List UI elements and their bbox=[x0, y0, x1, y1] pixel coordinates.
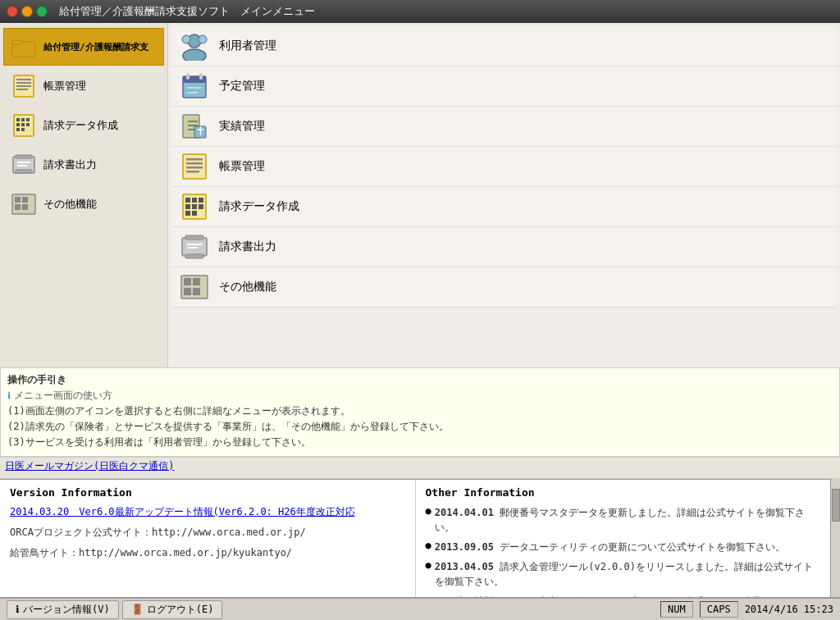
svg-rect-19 bbox=[17, 162, 30, 163]
news-bar: 日医メールマガジン(日医白クマ通信) bbox=[0, 457, 840, 479]
other-info-text-2: 2013.04.05 請求入金管理ツール(v2.0.0)をリリースしました。詳細… bbox=[435, 559, 820, 589]
sidebar-item-ledger[interactable]: 帳票管理 bbox=[3, 67, 164, 105]
svg-rect-3 bbox=[16, 79, 31, 80]
svg-rect-47 bbox=[186, 171, 199, 173]
menu-area: 給付管理/介護報酬請求支 帳票管理 bbox=[0, 23, 840, 367]
svg-rect-17 bbox=[16, 155, 32, 158]
other-info-title: Other Information bbox=[426, 486, 821, 499]
sidebar-item-billing-output[interactable]: 請求書出力 bbox=[3, 146, 164, 184]
svg-point-27 bbox=[183, 49, 206, 61]
svg-rect-54 bbox=[199, 204, 203, 209]
sidebar-billing-data-label: 請求データ作成 bbox=[43, 118, 118, 133]
news-link[interactable]: 日医メールマガジン(日医白クマ通信) bbox=[5, 459, 835, 473]
logout-button-label: ログアウト(E) bbox=[147, 603, 214, 617]
content-area: 利用者管理 予定管理 bbox=[168, 23, 840, 367]
menu-user-mgmt-label: 利用者管理 bbox=[219, 39, 276, 53]
other-info-item-3: ● その他の情報は、ウェブブラウザにてORCAプロジェクト公式サイトを御覧下さい… bbox=[426, 594, 821, 597]
help-line-3: (3)サービスを受ける利用者は「利用者管理」から登録して下さい。 bbox=[7, 435, 833, 450]
other-icon bbox=[11, 191, 37, 217]
svg-rect-24 bbox=[15, 204, 21, 210]
svg-rect-44 bbox=[186, 158, 203, 161]
version-info-button-label: バージョン情報(V) bbox=[23, 603, 110, 617]
svg-rect-56 bbox=[192, 211, 197, 216]
menu-item-schedule[interactable]: 予定管理 bbox=[171, 66, 837, 107]
svg-rect-22 bbox=[15, 197, 21, 203]
svg-rect-55 bbox=[185, 211, 190, 216]
menu-other-label: その他機能 bbox=[219, 280, 276, 294]
svg-rect-23 bbox=[22, 197, 28, 203]
actual-icon bbox=[180, 112, 209, 141]
menu-schedule-label: 予定管理 bbox=[219, 79, 265, 93]
sidebar-header[interactable]: 給付管理/介護報酬請求支 bbox=[3, 28, 164, 66]
scrollbar[interactable] bbox=[830, 479, 840, 597]
sidebar-item-other[interactable]: その他機能 bbox=[3, 185, 164, 223]
menu-item-ledger[interactable]: 帳票管理 bbox=[171, 147, 837, 187]
bullet-2: ● bbox=[426, 559, 431, 571]
svg-rect-10 bbox=[26, 118, 30, 121]
menu-item-actual[interactable]: 実績管理 bbox=[171, 107, 837, 147]
version-info-title: Version Information bbox=[10, 486, 405, 499]
other-info-text-1: 2013.09.05 データユーティリティの更新について公式サイトを御覧下さい。 bbox=[435, 540, 785, 554]
bullet-1: ● bbox=[426, 540, 431, 551]
svg-rect-59 bbox=[185, 254, 203, 258]
svg-rect-45 bbox=[186, 162, 203, 165]
menu-item-user-mgmt[interactable]: 利用者管理 bbox=[171, 26, 837, 66]
sidebar-item-billing-data[interactable]: 請求データ作成 bbox=[3, 107, 164, 144]
svg-rect-25 bbox=[22, 204, 28, 210]
svg-rect-11 bbox=[16, 123, 20, 126]
logout-icon: 🚪 bbox=[131, 604, 144, 615]
svg-rect-13 bbox=[26, 123, 30, 126]
menu-item-billing-data[interactable]: 請求データ作成 bbox=[171, 187, 837, 227]
status-bar: ℹ バージョン情報(V) 🚪 ログアウト(E) NUM CAPS 2014/4/… bbox=[0, 597, 840, 620]
svg-rect-32 bbox=[186, 73, 189, 80]
info-panels-area: Version Information 2014.03.20 Ver6.0最新ア… bbox=[0, 479, 840, 597]
svg-rect-60 bbox=[187, 244, 202, 245]
sidebar-header-label: 給付管理/介護報酬請求支 bbox=[43, 41, 148, 53]
svg-rect-63 bbox=[184, 278, 191, 285]
logout-button[interactable]: 🚪 ログアウト(E) bbox=[122, 600, 223, 619]
svg-point-28 bbox=[199, 35, 207, 43]
svg-rect-6 bbox=[16, 89, 28, 90]
help-title: 操作の手引き bbox=[7, 373, 833, 387]
main-container: 給付管理/介護報酬請求支 帳票管理 bbox=[0, 23, 840, 620]
svg-rect-5 bbox=[16, 85, 31, 87]
scrollbar-thumb[interactable] bbox=[832, 489, 840, 522]
svg-rect-49 bbox=[185, 198, 190, 203]
menu-billing-data-label: 請求データ作成 bbox=[219, 199, 299, 214]
close-button[interactable] bbox=[7, 6, 18, 17]
version-link[interactable]: 2014.03.20 Ver6.0最新アップデート情報(Ver6.2.0: H2… bbox=[10, 506, 355, 517]
other-info-text-0: 2014.04.01 郵便番号マスタデータを更新しました。詳細は公式サイトを御覧… bbox=[435, 505, 820, 535]
num-indicator: NUM bbox=[660, 601, 693, 618]
maximize-button[interactable] bbox=[36, 6, 48, 17]
svg-rect-66 bbox=[193, 288, 200, 295]
svg-rect-33 bbox=[199, 73, 203, 80]
help-icon-label: メニュー画面の使い方 bbox=[14, 389, 112, 403]
version-info-button[interactable]: ℹ バージョン情報(V) bbox=[7, 600, 119, 619]
svg-rect-15 bbox=[21, 128, 25, 131]
kyukan-site: 給管鳥サイト：http://www.orca.med.or.jp/kyukant… bbox=[10, 546, 405, 560]
menu-item-billing-output[interactable]: 請求書出力 bbox=[171, 227, 837, 267]
bullet-3: ● bbox=[426, 594, 431, 597]
bullet-0: ● bbox=[426, 505, 431, 517]
caps-indicator: CAPS bbox=[700, 601, 738, 618]
menu-billing-output-label: 請求書出力 bbox=[219, 239, 276, 254]
billing-output-icon bbox=[11, 152, 37, 178]
ledger-menu-icon bbox=[180, 152, 209, 181]
status-buttons: ℹ バージョン情報(V) 🚪 ログアウト(E) bbox=[7, 600, 222, 619]
user-mgmt-icon bbox=[180, 31, 209, 61]
svg-rect-12 bbox=[21, 123, 25, 126]
svg-rect-4 bbox=[16, 82, 31, 84]
menu-ledger-label: 帳票管理 bbox=[219, 159, 265, 174]
billing-data-menu-icon bbox=[180, 192, 209, 221]
svg-rect-65 bbox=[184, 288, 191, 295]
minimize-button[interactable] bbox=[21, 6, 33, 17]
svg-rect-52 bbox=[185, 204, 190, 209]
info-icon: ℹ bbox=[7, 390, 11, 401]
svg-rect-46 bbox=[186, 166, 203, 169]
billing-output-menu-icon bbox=[180, 232, 209, 262]
titlebar: 給付管理／介護報酬請求支援ソフト メインメニュー bbox=[0, 0, 840, 23]
status-right: NUM CAPS 2014/4/16 15:23 bbox=[660, 601, 833, 618]
sidebar-billing-output-label: 請求書出力 bbox=[43, 157, 97, 172]
menu-item-other[interactable]: その他機能 bbox=[171, 267, 837, 308]
info-btn-icon: ℹ bbox=[16, 604, 20, 615]
